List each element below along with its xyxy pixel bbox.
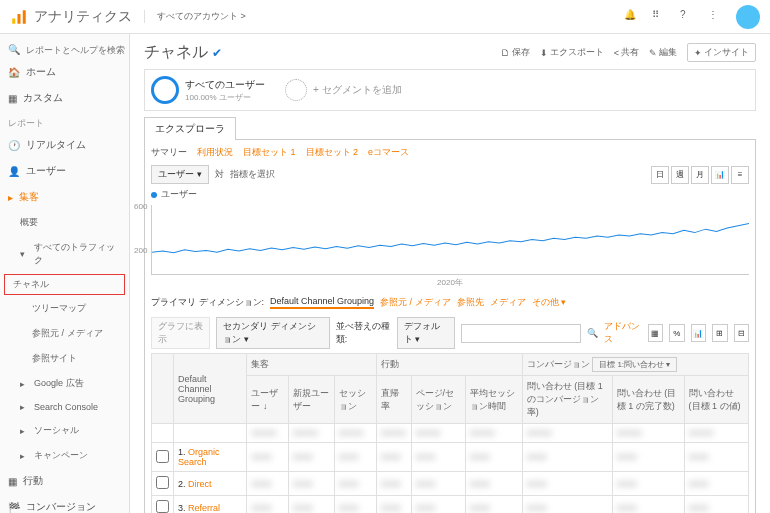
nav-campaigns[interactable]: ▸キャンペーン [0, 443, 129, 468]
dim-src-med[interactable]: 参照元 / メディア [380, 296, 451, 309]
col-group-acq: 集客 [247, 354, 376, 376]
caret-down-icon: ▾ [20, 249, 25, 259]
row-checkbox[interactable] [156, 500, 169, 513]
col-completions[interactable]: 問い合わせ (目標 1 の完了数) [612, 376, 684, 424]
row-checkbox[interactable] [156, 476, 169, 489]
metric-select[interactable]: 指標を選択 [230, 168, 275, 181]
table-search-input[interactable] [461, 324, 581, 343]
col-cvr[interactable]: 問い合わせ (目標 1 のコンバージョン率) [522, 376, 612, 424]
nav-referrals[interactable]: 参照サイト [0, 346, 129, 371]
subtab-goal2[interactable]: 目標セット 2 [306, 146, 359, 159]
line-chart: 600 200 [151, 205, 749, 275]
compare-view-icon[interactable]: ⊞ [712, 324, 727, 342]
nav-channel[interactable]: チャネル [4, 274, 125, 295]
export-button[interactable]: ⬇ エクスポート [540, 43, 604, 62]
y-tick-200: 200 [134, 246, 147, 255]
col-users[interactable]: ユーザー ↓ [247, 376, 288, 424]
col-new-users[interactable]: 新規ユーザー [288, 376, 334, 424]
edit-button[interactable]: ✎ 編集 [649, 43, 677, 62]
segment-add[interactable]: + セグメントを追加 [285, 76, 402, 104]
nav-behavior[interactable]: ▦行動 [0, 468, 129, 494]
col-avg-dur[interactable]: 平均セッション時間 [465, 376, 522, 424]
explorer-tab[interactable]: エクスプローラ [144, 117, 236, 140]
y-tick-600: 600 [134, 202, 147, 211]
subtab-usage[interactable]: 利用状況 [197, 146, 233, 159]
nav-google-ads[interactable]: ▸Google 広告 [0, 371, 129, 396]
sort-label: 並べ替えの種類: [336, 320, 391, 346]
subtab-summary[interactable]: サマリー [151, 146, 187, 159]
table-row[interactable]: 3. Referral00000000000000000000000000000… [152, 496, 749, 514]
caret-right-icon: ▸ [20, 379, 25, 389]
conversion-icon: 🏁 [8, 502, 20, 513]
page-title: チャネル [144, 42, 208, 63]
nav-user[interactable]: 👤ユーザー [0, 158, 129, 184]
chart-title: ユーザー [161, 188, 197, 201]
svg-rect-0 [12, 18, 15, 23]
search-icon[interactable]: 🔍 [587, 328, 598, 338]
account-selector[interactable]: すべてのアカウント > [144, 10, 246, 23]
home-icon: 🏠 [8, 67, 20, 78]
nav-custom[interactable]: ▦カスタム [0, 85, 129, 111]
avatar[interactable] [736, 5, 760, 29]
plot-rows-button[interactable]: グラフに表示 [151, 317, 210, 349]
dim-other[interactable]: その他 ▾ [532, 296, 567, 309]
apps-icon[interactable]: ⠿ [652, 9, 668, 25]
nav-all-traffic[interactable]: ▾すべてのトラフィック [0, 235, 129, 273]
search-input[interactable] [26, 45, 138, 55]
caret-right-icon: ▸ [20, 426, 25, 436]
segment-all-users[interactable]: すべてのユーザー100.00% ユーザー [151, 76, 265, 104]
table-view-icon[interactable]: ▦ [648, 324, 663, 342]
subtab-ecom[interactable]: eコマース [368, 146, 409, 159]
dim-default[interactable]: Default Channel Grouping [270, 296, 374, 309]
nav-overview[interactable]: 概要 [0, 210, 129, 235]
percent-view-icon[interactable]: % [669, 324, 684, 342]
nav-realtime[interactable]: 🕐リアルタイム [0, 132, 129, 158]
pivot-view-icon[interactable]: ⊟ [734, 324, 749, 342]
col-value[interactable]: 問い合わせ (目標 1 の値) [684, 376, 748, 424]
secondary-dim-dropdown[interactable]: セカンダリ ディメンション ▾ [216, 317, 329, 349]
dim-src[interactable]: 参照先 [457, 296, 484, 309]
nav-search-console[interactable]: ▸Search Console [0, 396, 129, 418]
nav-social[interactable]: ▸ソーシャル [0, 418, 129, 443]
nav-conversion[interactable]: 🏁コンバージョン [0, 494, 129, 513]
vs-label: 対 [215, 168, 224, 181]
primary-dim-label: プライマリ ディメンション: [151, 296, 264, 309]
nav-home[interactable]: 🏠ホーム [0, 59, 129, 85]
chart-options-icon[interactable]: ≡ [731, 166, 749, 184]
nav-acquisition[interactable]: ▸集客 [0, 184, 129, 210]
subtab-goal1[interactable]: 目標セット 1 [243, 146, 296, 159]
share-button[interactable]: < 共有 [614, 43, 639, 62]
dim-med[interactable]: メディア [490, 296, 526, 309]
segment-circle-icon [151, 76, 179, 104]
col-group-conv: コンバージョン 目標 1:問い合わせ ▾ [522, 354, 748, 376]
view-month[interactable]: 月 [691, 166, 709, 184]
legend-dot-icon [151, 192, 157, 198]
col-dcg[interactable]: Default Channel Grouping [174, 354, 247, 424]
advanced-link[interactable]: アドバンス [604, 320, 642, 346]
reports-section: レポート [0, 111, 129, 132]
bell-icon[interactable]: 🔔 [624, 9, 640, 25]
conv-dropdown[interactable]: 目標 1:問い合わせ ▾ [592, 357, 677, 372]
view-week[interactable]: 週 [671, 166, 689, 184]
save-button[interactable]: 🗋 保存 [501, 43, 530, 62]
perf-view-icon[interactable]: 📊 [691, 324, 706, 342]
chart-type-icon[interactable]: 📊 [711, 166, 729, 184]
row-checkbox[interactable] [156, 450, 169, 463]
table-row[interactable]: 2. Direct0000000000000000000000000000000… [152, 472, 749, 496]
analytics-logo [10, 8, 28, 26]
metric-dropdown[interactable]: ユーザー ▾ [151, 165, 209, 184]
caret-right-icon: ▸ [20, 402, 25, 412]
col-sessions[interactable]: セッション [334, 376, 376, 424]
more-icon[interactable]: ⋮ [708, 9, 724, 25]
nav-treemap[interactable]: ツリーマップ [0, 296, 129, 321]
custom-icon: ▦ [8, 93, 17, 104]
col-pages-sess[interactable]: ページ/セッション [411, 376, 465, 424]
view-day[interactable]: 日 [651, 166, 669, 184]
col-bounce[interactable]: 直帰率 [376, 376, 411, 424]
nav-source-medium[interactable]: 参照元 / メディア [0, 321, 129, 346]
sort-dropdown[interactable]: デフォルト ▾ [397, 317, 455, 349]
insight-button[interactable]: ✦ インサイト [687, 43, 756, 62]
help-icon[interactable]: ? [680, 9, 696, 25]
verified-icon: ✔ [212, 46, 222, 60]
table-row[interactable]: 1. Organic Search00000000000000000000000… [152, 443, 749, 472]
